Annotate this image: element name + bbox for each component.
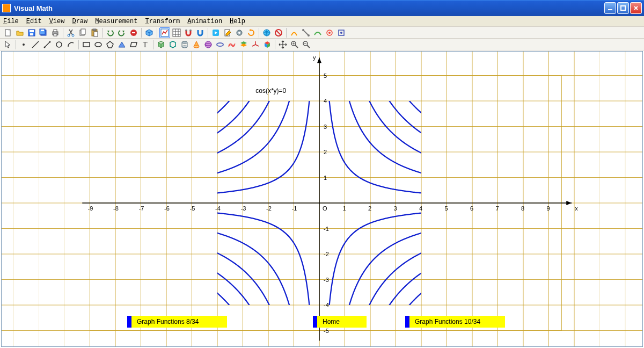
svg-point-41 xyxy=(95,42,101,47)
svg-text:9: 9 xyxy=(547,205,550,212)
ellipse-icon[interactable] xyxy=(93,39,104,50)
magnet-icon[interactable] xyxy=(183,27,194,38)
svg-rect-23 xyxy=(190,30,192,31)
coordinate-grid: -9-8-7-6-5-4-3-2-1O123456789-5-4-3-2-112… xyxy=(2,52,642,347)
snap-icon[interactable] xyxy=(195,27,206,38)
svg-text:O: O xyxy=(323,205,327,212)
svg-point-13 xyxy=(72,34,74,37)
triangle-icon[interactable] xyxy=(116,39,127,50)
3d-layers-icon[interactable] xyxy=(238,39,249,50)
tool-b-icon[interactable] xyxy=(301,27,311,38)
svg-point-43 xyxy=(182,41,187,44)
open-folder-icon[interactable] xyxy=(14,27,25,38)
svg-text:-7: -7 xyxy=(139,205,144,212)
svg-text:2: 2 xyxy=(368,205,371,212)
tool-d-icon[interactable] xyxy=(324,27,335,38)
svg-text:1: 1 xyxy=(343,205,346,212)
tool-a-icon[interactable] xyxy=(289,27,299,38)
svg-text:y: y xyxy=(313,54,316,61)
home-button[interactable]: Home xyxy=(313,316,367,328)
undo-icon[interactable] xyxy=(105,27,115,38)
polygon-icon[interactable] xyxy=(105,39,115,50)
menu-file[interactable]: File xyxy=(3,18,19,25)
svg-rect-10 xyxy=(54,30,57,32)
play-icon[interactable] xyxy=(210,27,221,38)
3d-cylinder-icon[interactable] xyxy=(179,39,190,50)
circle-icon[interactable] xyxy=(54,39,64,50)
svg-point-30 xyxy=(302,29,304,31)
save-all-icon[interactable] xyxy=(38,27,49,38)
grid-icon[interactable] xyxy=(171,27,182,38)
next-page-button[interactable]: Graph Functions 10/34 xyxy=(405,316,505,328)
svg-text:-5: -5 xyxy=(324,328,329,334)
arc-icon[interactable] xyxy=(65,39,76,50)
menu-measurement[interactable]: Measurement xyxy=(95,18,137,25)
edit-doc-icon[interactable] xyxy=(222,27,233,38)
3d-torus-icon[interactable] xyxy=(215,39,225,50)
maximize-button[interactable] xyxy=(617,2,629,14)
parallelogram-icon[interactable] xyxy=(128,39,139,50)
minimize-button[interactable] xyxy=(604,2,616,14)
3d-cone-icon[interactable] xyxy=(191,39,202,50)
canvas[interactable]: -9-8-7-6-5-4-3-2-1O123456789-5-4-3-2-112… xyxy=(0,50,644,348)
rect-icon[interactable] xyxy=(81,39,92,50)
svg-rect-40 xyxy=(83,42,90,47)
globe-icon[interactable] xyxy=(261,27,272,38)
cancel-icon[interactable] xyxy=(273,27,284,38)
svg-rect-11 xyxy=(54,34,57,36)
new-file-icon[interactable] xyxy=(3,27,13,38)
svg-rect-4 xyxy=(30,30,34,32)
svg-point-38 xyxy=(49,41,51,42)
text-icon[interactable]: T xyxy=(140,39,151,50)
zoom-in-icon[interactable] xyxy=(289,39,300,50)
menu-draw[interactable]: Draw xyxy=(72,18,87,25)
zoom-out-icon[interactable] xyxy=(301,39,312,50)
3d-prism-icon[interactable] xyxy=(167,39,178,50)
pointer-icon[interactable] xyxy=(3,39,13,50)
svg-text:x: x xyxy=(575,205,578,212)
svg-text:7: 7 xyxy=(496,205,499,212)
svg-rect-8 xyxy=(41,30,44,31)
tool-e-icon[interactable] xyxy=(336,27,347,38)
menu-edit[interactable]: Edit xyxy=(26,18,42,25)
paste-icon[interactable] xyxy=(89,27,100,38)
svg-point-37 xyxy=(44,46,46,48)
svg-text:2: 2 xyxy=(324,149,327,155)
refresh-icon[interactable] xyxy=(246,27,257,38)
line-icon[interactable] xyxy=(30,39,41,50)
toolbar-draw: T xyxy=(0,39,644,50)
menu-transform[interactable]: Transform xyxy=(145,18,180,25)
svg-point-36 xyxy=(23,44,25,46)
menu-view[interactable]: View xyxy=(49,18,65,25)
menu-animation[interactable]: Animation xyxy=(187,18,222,25)
3d-cube-icon[interactable] xyxy=(156,39,166,50)
menu-help[interactable]: Help xyxy=(230,18,245,25)
cut-icon[interactable] xyxy=(65,27,76,38)
print-icon[interactable] xyxy=(50,27,61,38)
gear-icon[interactable] xyxy=(234,27,245,38)
svg-text:5: 5 xyxy=(324,73,327,79)
svg-text:-5: -5 xyxy=(190,205,195,212)
delete-icon[interactable] xyxy=(128,27,139,38)
3d-axis-icon[interactable] xyxy=(250,39,261,50)
cube-icon[interactable] xyxy=(144,27,155,38)
segment-icon[interactable] xyxy=(42,39,53,50)
svg-text:-9: -9 xyxy=(88,205,93,212)
close-button[interactable] xyxy=(630,2,642,14)
svg-rect-21 xyxy=(173,29,180,37)
3d-sphere-icon[interactable] xyxy=(203,39,214,50)
prev-page-button[interactable]: Graph Functions 8/34 xyxy=(127,316,227,328)
move-icon[interactable] xyxy=(277,39,288,50)
svg-rect-5 xyxy=(30,33,33,35)
copy-icon[interactable] xyxy=(77,27,88,38)
svg-text:5: 5 xyxy=(445,205,448,212)
tool-c-icon[interactable] xyxy=(312,27,323,38)
svg-point-44 xyxy=(182,46,187,48)
3d-surface-icon[interactable] xyxy=(226,39,237,50)
point-icon[interactable] xyxy=(18,39,29,50)
title-bar: Visual Math xyxy=(0,0,644,16)
save-icon[interactable] xyxy=(26,27,37,38)
redo-icon[interactable] xyxy=(116,27,127,38)
3d-rgb-cube-icon[interactable] xyxy=(262,39,273,50)
graph-icon[interactable] xyxy=(159,27,170,38)
